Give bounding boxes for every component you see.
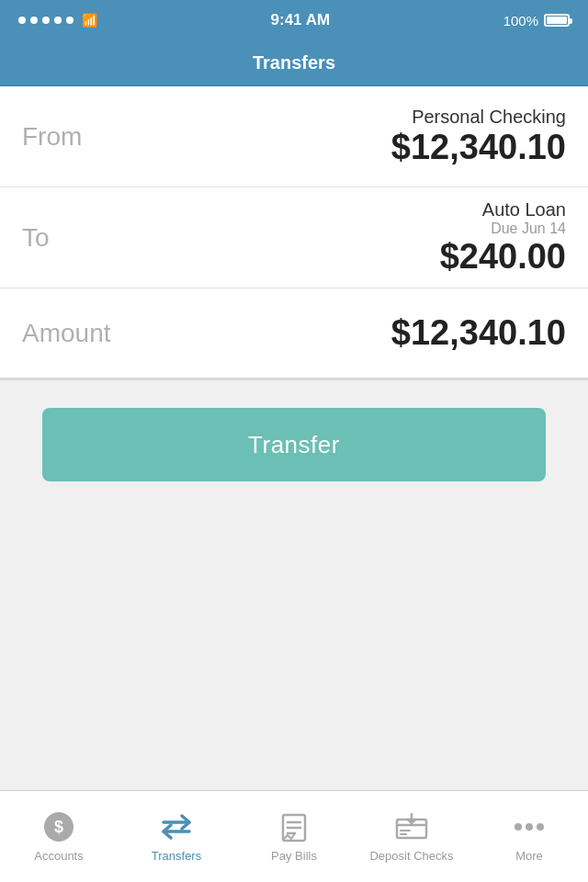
more-nav-label: More bbox=[515, 849, 543, 863]
to-value: Auto Loan Due Jun 14 $240.00 bbox=[132, 199, 566, 277]
transfer-area: Transfer bbox=[0, 380, 588, 509]
nav-item-depositchecks[interactable]: Deposit Checks bbox=[353, 791, 470, 882]
to-due-date: Due Jun 14 bbox=[132, 220, 566, 237]
bottom-nav: $ Accounts Transfers Pay Bi bbox=[0, 790, 588, 882]
paybills-icon bbox=[277, 810, 311, 843]
signal-dots bbox=[18, 17, 74, 24]
depositchecks-icon bbox=[395, 810, 428, 843]
depositchecks-nav-label: Deposit Checks bbox=[369, 849, 453, 863]
from-value: Personal Checking $12,340.10 bbox=[132, 107, 566, 167]
svg-point-13 bbox=[514, 823, 522, 831]
from-amount: $12,340.10 bbox=[132, 128, 566, 167]
from-row[interactable]: From Personal Checking $12,340.10 bbox=[0, 86, 588, 187]
svg-text:$: $ bbox=[54, 818, 63, 836]
battery-percent: 100% bbox=[503, 13, 538, 28]
amount-row[interactable]: Amount $12,340.10 bbox=[0, 288, 588, 380]
nav-item-more[interactable]: More bbox=[470, 791, 588, 882]
to-label: To bbox=[22, 223, 132, 253]
status-time: 9:41 AM bbox=[271, 11, 331, 29]
to-row[interactable]: To Auto Loan Due Jun 14 $240.00 bbox=[0, 187, 588, 288]
to-account: Auto Loan bbox=[132, 199, 566, 220]
accounts-nav-label: Accounts bbox=[34, 849, 83, 863]
status-left: 📶 bbox=[18, 13, 97, 28]
header: Transfers bbox=[0, 40, 588, 86]
status-right: 100% bbox=[503, 13, 570, 28]
amount-value: $12,340.10 bbox=[187, 313, 566, 353]
nav-item-paybills[interactable]: Pay Bills bbox=[235, 791, 353, 882]
transfers-nav-label: Transfers bbox=[152, 849, 201, 863]
nav-item-transfers[interactable]: Transfers bbox=[118, 791, 235, 882]
accounts-icon: $ bbox=[42, 810, 75, 843]
more-icon bbox=[513, 810, 546, 843]
to-amount: $240.00 bbox=[132, 237, 566, 277]
status-bar: 📶 9:41 AM 100% bbox=[0, 0, 588, 40]
nav-item-accounts[interactable]: $ Accounts bbox=[0, 791, 118, 882]
from-label: From bbox=[22, 122, 132, 152]
from-account: Personal Checking bbox=[132, 107, 566, 128]
page-title: Transfers bbox=[253, 52, 335, 74]
wifi-icon: 📶 bbox=[82, 13, 97, 28]
paybills-nav-label: Pay Bills bbox=[271, 849, 317, 863]
transfers-icon bbox=[160, 810, 193, 843]
svg-point-14 bbox=[526, 823, 533, 831]
battery-icon bbox=[544, 14, 570, 27]
svg-point-15 bbox=[537, 823, 544, 831]
amount-label: Amount bbox=[22, 319, 187, 348]
transfer-button[interactable]: Transfer bbox=[42, 408, 546, 481]
